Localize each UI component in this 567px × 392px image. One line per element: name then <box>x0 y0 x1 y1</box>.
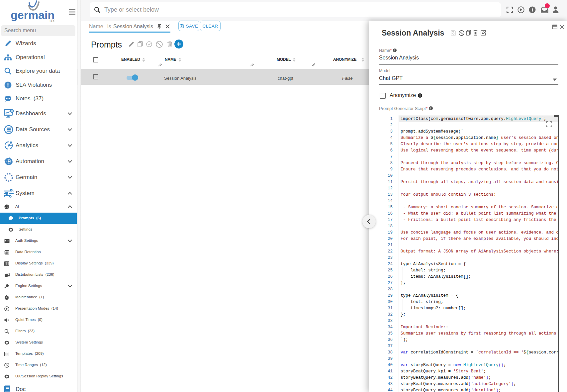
svg-text:germain: germain <box>11 9 54 21</box>
svg-text:ux: ux <box>49 18 55 23</box>
